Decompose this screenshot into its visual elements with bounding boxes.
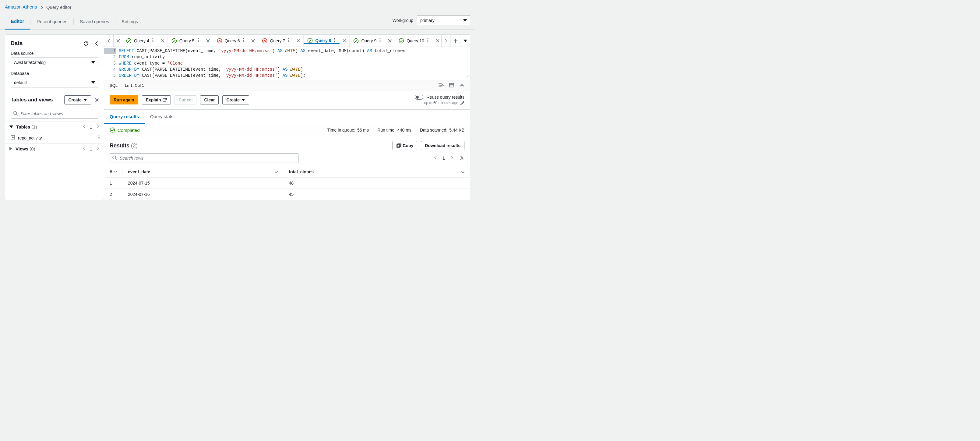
query-tab[interactable]: Query 9 <box>350 38 385 43</box>
editor-status-bar: SQL Ln 1, Col 1 <box>104 80 470 90</box>
copy-icon <box>396 143 401 148</box>
query-tab-menu[interactable] <box>152 38 154 43</box>
reuse-results-toggle[interactable] <box>415 95 423 100</box>
query-tab[interactable]: Query 5 <box>168 38 203 43</box>
results-prev-page[interactable] <box>434 156 437 161</box>
query-tab-close[interactable] <box>433 39 441 43</box>
query-tab-label: Query 10 <box>407 38 424 43</box>
query-tab-close-current[interactable] <box>113 35 123 46</box>
table-row[interactable]: 12024-07-1548 <box>104 178 470 189</box>
sort-icon[interactable] <box>461 169 465 174</box>
run-button[interactable]: Run again <box>110 96 138 105</box>
create-table-button[interactable]: Create <box>64 96 91 105</box>
copy-button[interactable]: Copy <box>393 141 417 150</box>
query-tab-close[interactable] <box>158 39 167 43</box>
svg-point-46 <box>334 38 335 39</box>
svg-point-53 <box>380 40 381 41</box>
data-source-select[interactable]: AwsDataCatalog <box>11 57 99 67</box>
query-tab[interactable]: Query 8 <box>304 38 340 44</box>
caret-down-icon <box>10 124 13 129</box>
col-rownum[interactable]: # <box>104 166 123 178</box>
database-select[interactable]: default <box>11 78 99 88</box>
tab-editor[interactable]: Editor <box>5 14 30 30</box>
svg-point-13 <box>99 138 99 139</box>
col-event-date[interactable]: event_date <box>123 166 283 178</box>
query-tab-close[interactable] <box>385 39 395 43</box>
tab-saved[interactable]: Saved queries <box>74 14 115 29</box>
results-search-input[interactable] <box>110 153 298 163</box>
query-tab-menu[interactable] <box>334 38 336 43</box>
svg-marker-87 <box>461 171 465 173</box>
close-icon <box>343 39 346 43</box>
svg-marker-85 <box>114 171 117 173</box>
query-tab[interactable]: Query 10 <box>395 38 433 43</box>
svg-point-41 <box>288 40 289 41</box>
tables-next-page[interactable] <box>97 124 100 129</box>
check-circle-icon <box>307 38 313 43</box>
query-tab-menu[interactable] <box>426 38 429 43</box>
svg-point-19 <box>152 40 153 41</box>
query-tabs-scroll-left[interactable] <box>104 35 113 46</box>
create-dropdown[interactable]: Create <box>222 96 249 105</box>
collapse-sidebar-button[interactable] <box>95 41 99 46</box>
query-tabs-menu[interactable] <box>460 35 470 47</box>
tab-query-results[interactable]: Query results <box>104 110 145 124</box>
sort-icon[interactable] <box>114 169 117 174</box>
tab-settings[interactable]: Settings <box>115 14 144 29</box>
tables-page: 1 <box>90 124 92 129</box>
query-tab-close[interactable] <box>340 39 349 43</box>
clear-button[interactable]: Clear <box>200 96 219 105</box>
svg-point-79 <box>110 128 115 132</box>
editor-resize-handle[interactable] <box>466 74 469 80</box>
query-tab-menu[interactable] <box>288 38 290 43</box>
views-next-page[interactable] <box>97 146 100 151</box>
query-tabs-scroll-right[interactable] <box>441 35 450 46</box>
expand-table-icon[interactable] <box>11 135 15 140</box>
workgroup-label: Workgroup <box>393 18 413 23</box>
query-tab-menu[interactable] <box>197 38 199 43</box>
tab-query-stats[interactable]: Query stats <box>145 110 179 124</box>
views-section[interactable]: Views (0) 1 <box>5 144 104 154</box>
refresh-button[interactable] <box>83 41 89 46</box>
query-tab[interactable]: Query 4 <box>123 38 158 43</box>
table-row[interactable]: repo_activity <box>5 132 104 144</box>
table-row[interactable]: 22024-07-1645 <box>104 189 470 200</box>
tab-recent[interactable]: Recent queries <box>30 14 73 29</box>
format-icon[interactable] <box>438 83 444 88</box>
check-circle-icon <box>110 127 115 133</box>
layout-icon[interactable] <box>449 83 454 88</box>
tables-filter-input[interactable] <box>11 109 99 118</box>
reuse-results-label: Reuse query results <box>426 95 465 100</box>
svg-point-54 <box>380 41 381 42</box>
results-next-page[interactable] <box>450 156 453 161</box>
results-settings-icon[interactable] <box>459 155 465 161</box>
code-area[interactable]: SELECT CAST(PARSE_DATETIME(event_time, '… <box>119 47 470 80</box>
pencil-icon[interactable] <box>460 101 465 105</box>
query-tab-close[interactable] <box>248 39 258 43</box>
tv-settings-button[interactable] <box>94 97 100 103</box>
svg-marker-2 <box>91 81 95 84</box>
col-total-clones[interactable]: total_clones <box>283 166 470 178</box>
query-tab[interactable]: Query 7 <box>258 38 294 43</box>
svg-point-32 <box>243 38 244 39</box>
query-tab[interactable]: Query 6 <box>213 38 248 43</box>
close-icon <box>161 39 164 43</box>
new-query-tab[interactable] <box>450 35 460 47</box>
query-tab-close[interactable] <box>203 39 213 43</box>
workgroup-select[interactable]: primary <box>417 16 470 25</box>
tables-section[interactable]: Tables (1) 1 <box>5 121 104 132</box>
editor-settings-icon[interactable] <box>460 83 465 88</box>
svg-point-4 <box>96 99 98 101</box>
query-tab-menu[interactable] <box>242 38 245 43</box>
tables-prev-page[interactable] <box>83 124 86 129</box>
breadcrumb-service-link[interactable]: Amazon Athena <box>5 4 37 10</box>
sql-editor[interactable]: 12345 SELECT CAST(PARSE_DATETIME(event_t… <box>104 47 470 80</box>
query-tab-menu[interactable] <box>379 38 381 43</box>
table-actions-menu[interactable] <box>99 135 100 140</box>
editor-lang: SQL <box>110 83 118 88</box>
views-prev-page[interactable] <box>83 146 86 151</box>
explain-button[interactable]: Explain <box>142 96 171 105</box>
sort-icon[interactable] <box>275 169 278 174</box>
download-results-button[interactable]: Download results <box>421 141 465 150</box>
query-tab-close[interactable] <box>294 39 303 43</box>
